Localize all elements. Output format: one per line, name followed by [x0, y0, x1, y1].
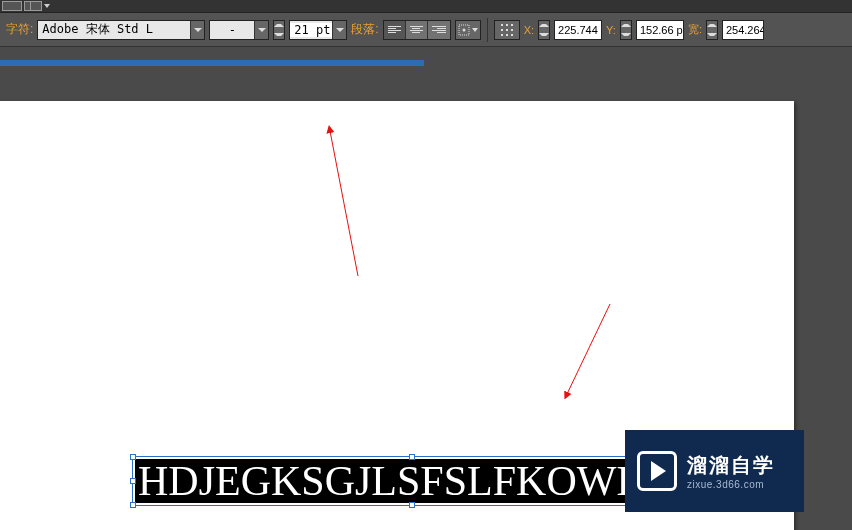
font-family-dropdown[interactable]: Adobe 宋体 Std L — [37, 20, 205, 40]
font-style-value: - — [210, 23, 254, 37]
y-label: Y: — [606, 24, 616, 36]
watermark: 溜溜自学 zixue.3d66.com — [625, 430, 804, 512]
align-right-button[interactable] — [428, 21, 450, 39]
reference-point-button[interactable] — [494, 20, 520, 40]
svg-rect-10 — [511, 34, 513, 36]
svg-rect-3 — [506, 24, 508, 26]
x-spinner[interactable] — [538, 20, 550, 40]
resize-handle[interactable] — [409, 454, 415, 460]
ruler-selection-icon — [0, 60, 424, 66]
watermark-title: 溜溜自学 — [687, 452, 775, 479]
transform-menu-button[interactable] — [455, 20, 481, 40]
svg-line-14 — [567, 304, 610, 394]
svg-rect-9 — [506, 34, 508, 36]
chevron-down-icon[interactable] — [254, 21, 268, 39]
svg-rect-7 — [511, 29, 513, 31]
annotation-arrow-icon — [320, 121, 380, 281]
svg-line-12 — [330, 131, 358, 276]
svg-rect-6 — [506, 29, 508, 31]
font-size-dropdown[interactable]: 21 pt — [289, 20, 347, 40]
font-family-value: Adobe 宋体 Std L — [38, 21, 190, 38]
y-input[interactable]: 152.66 p — [636, 20, 684, 40]
x-label: X: — [524, 24, 534, 36]
svg-rect-5 — [501, 29, 503, 31]
font-size-value: 21 pt — [290, 23, 332, 37]
y-spinner[interactable] — [620, 20, 632, 40]
watermark-url: zixue.3d66.com — [687, 479, 775, 490]
x-input[interactable]: 225.744 — [554, 20, 602, 40]
text-options-bar: 字符: Adobe 宋体 Std L - 21 pt 段落: — [0, 13, 852, 47]
resize-handle[interactable] — [409, 502, 415, 508]
panel-layout-icon[interactable] — [24, 1, 42, 11]
selected-text[interactable]: HDJEGKSGJLSFSLFKOWEJE — [135, 459, 689, 503]
tab-icon[interactable] — [2, 1, 22, 11]
character-label: 字符: — [6, 21, 33, 38]
chevron-down-icon — [472, 28, 478, 32]
svg-rect-8 — [501, 34, 503, 36]
width-label: 宽: — [688, 22, 702, 37]
watermark-text: 溜溜自学 zixue.3d66.com — [687, 452, 775, 490]
paragraph-align-group — [383, 20, 451, 40]
svg-point-1 — [462, 28, 465, 31]
divider — [487, 18, 488, 42]
play-icon — [637, 451, 677, 491]
grid-icon — [500, 23, 514, 37]
width-input[interactable]: 254.264 — [722, 20, 764, 40]
chevron-down-icon[interactable] — [190, 21, 204, 39]
resize-handle[interactable] — [130, 454, 136, 460]
resize-handle[interactable] — [130, 478, 136, 484]
align-center-button[interactable] — [406, 21, 428, 39]
tab-strip — [0, 0, 852, 13]
transform-icon — [458, 24, 470, 36]
annotation-arrow-icon — [555, 299, 625, 409]
align-left-button[interactable] — [384, 21, 406, 39]
resize-handle[interactable] — [130, 502, 136, 508]
text-frame[interactable]: HDJEGKSGJLSFSLFKOWEJE — [132, 456, 692, 506]
svg-rect-4 — [511, 24, 513, 26]
width-spinner[interactable] — [706, 20, 718, 40]
font-size-spinner[interactable] — [273, 20, 285, 40]
paragraph-label: 段落: — [351, 21, 378, 38]
font-style-dropdown[interactable]: - — [209, 20, 269, 40]
svg-rect-2 — [501, 24, 503, 26]
chevron-down-icon[interactable] — [44, 4, 50, 8]
chevron-down-icon[interactable] — [332, 21, 346, 39]
